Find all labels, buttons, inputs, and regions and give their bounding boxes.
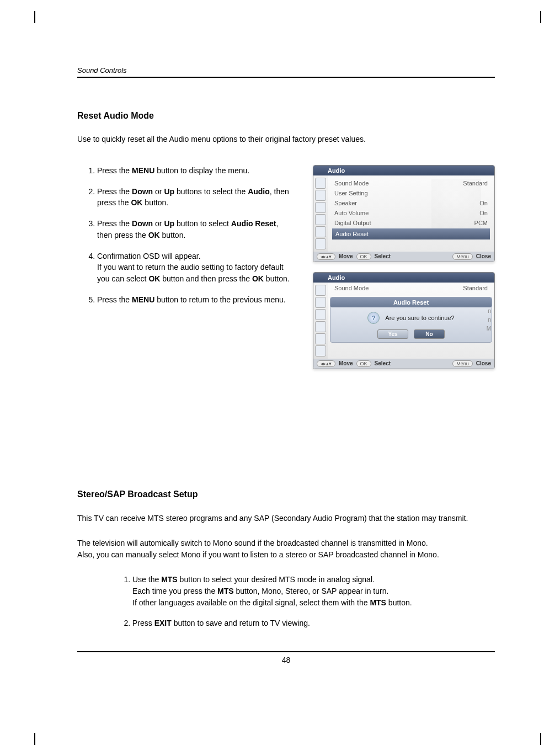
osd-audio-reset-dialog: Audio Sound ModeStandard [313,272,495,369]
nav-arrows-icon: ◂▸▴▾ [317,253,335,260]
channel-icon [315,202,326,213]
section-intro: Use to quickly reset all the Audio menu … [77,134,495,145]
step-1: Press the MENU button to display the men… [97,165,291,176]
partial-value: n [487,307,491,316]
audio-icon [315,285,326,296]
nav-arrows-icon: ◂▸▴▾ [317,360,335,367]
picture-icon [315,190,326,201]
dialog-question: Are you sure to continue? [385,315,454,321]
channel-icon [315,309,326,320]
menu-row-speaker: SpeakerOn [332,199,490,207]
menu-pill: Menu [452,253,473,260]
yes-button[interactable]: Yes [377,329,408,339]
osd-icon-column [313,175,328,252]
osd-footer: ◂▸▴▾ Move OK Select Menu Close [313,252,494,262]
picture-icon [315,297,326,308]
divider [77,651,495,652]
section2-intro1: This TV can receive MTS stereo programs … [77,513,495,524]
menu-pill: Menu [452,360,473,367]
menu-row-audio-reset[interactable]: Audio Reset [332,228,490,239]
partial-value: n [487,316,491,324]
page-number: 48 [77,656,495,664]
divider [77,77,495,78]
step-4: Confirmation OSD will appear. If you wan… [97,251,291,284]
dialog-title: Audio Reset [330,297,492,307]
crop-mark [26,11,43,28]
step-5: Press the MENU button to return to the p… [97,294,291,305]
time-icon [315,321,326,332]
menu-row-digital-output: Digital OutputPCM [332,219,490,227]
step-2: Press the Down or Up buttons to select t… [97,186,291,209]
ok-pill: OK [356,253,371,260]
osd-icon-column [313,283,328,359]
section2-intro2: The television will automically switch t… [77,537,495,561]
crop-mark [532,11,549,28]
ok-pill: OK [356,360,371,367]
menu-row-sound-mode: Sound ModeStandard [328,283,494,294]
menu-row-user-setting: User Setting [332,189,490,198]
footer-close: Close [476,253,491,259]
s2-step-1: Use the MTS button to select your desire… [132,574,495,609]
partial-value: M [487,324,491,333]
osd-footer: ◂▸▴▾ Move OK Select Menu Close [313,359,494,369]
step-3: Press the Down or Up button to select Au… [97,218,291,241]
footer-move: Move [339,253,353,259]
section-label: Sound Controls [77,66,495,74]
lock-icon [315,238,326,249]
s2-step-2: Press EXIT button to save and return to … [132,617,495,629]
menu-row-auto-volume: Auto VolumeOn [332,209,490,217]
osd-title: Audio [313,166,494,175]
menu-row-sound-mode: Sound ModeStandard [332,179,490,188]
no-button[interactable]: No [414,329,445,339]
footer-select: Select [375,360,391,366]
time-icon [315,214,326,225]
footer-move: Move [339,360,353,366]
osd-audio-menu: Audio Sound ModeStandar [313,165,495,262]
crop-mark [532,728,549,745]
section-title-reset: Reset Audio Mode [77,111,495,121]
section-title-stereo: Stereo/SAP Broadcast Setup [77,489,495,499]
osd-title: Audio [313,273,494,283]
footer-close: Close [476,360,491,366]
setup-icon [315,333,326,344]
setup-icon [315,226,326,237]
question-icon: ? [367,312,380,324]
crop-mark [26,728,43,745]
footer-select: Select [375,253,391,259]
audio-icon [315,178,326,189]
lock-icon [315,345,326,356]
confirm-dialog: Audio Reset ? Are you sure to continue? … [330,297,492,343]
